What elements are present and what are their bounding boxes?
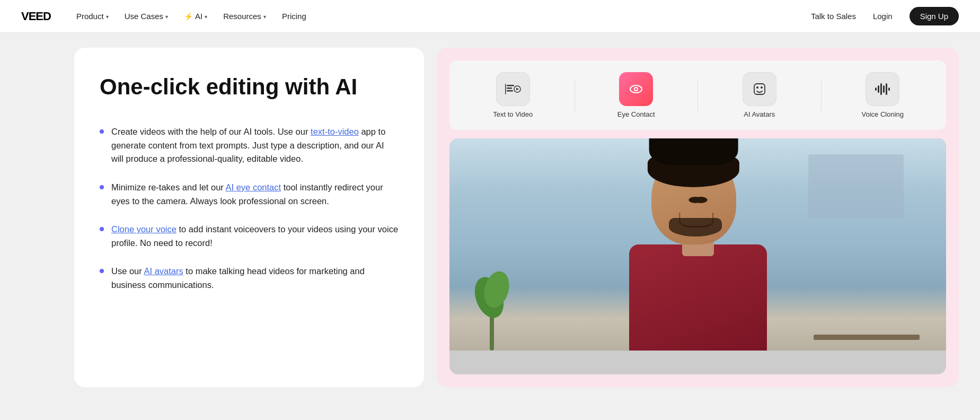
svg-rect-14	[880, 83, 882, 95]
bullet-text-1: Create videos with the help of our AI to…	[111, 125, 399, 166]
use-cases-chevron-icon: ▾	[165, 14, 168, 20]
bullet-item-3: Clone your voice to add instant voiceove…	[100, 223, 399, 250]
svg-point-10	[756, 86, 758, 89]
talk-to-sales-link[interactable]: Talk to Sales	[811, 12, 856, 21]
right-demo-card: Text to Video Eye Contact	[437, 48, 959, 387]
nav-resources[interactable]: Resources ▾	[217, 7, 272, 25]
bullet-text-3: Clone your voice to add instant voiceove…	[111, 223, 399, 250]
text-to-video-label: Text to Video	[493, 110, 533, 118]
tool-selector: Text to Video Eye Contact	[449, 60, 946, 130]
svg-rect-1	[507, 88, 512, 89]
svg-rect-16	[886, 83, 887, 95]
text-to-video-link[interactable]: text-to-video	[311, 127, 359, 136]
ai-chevron-icon: ▾	[205, 14, 207, 20]
ai-avatars-icon-wrap	[743, 72, 776, 106]
ai-eye-contact-link[interactable]: AI eye contact	[226, 182, 281, 192]
bullet-dot-2	[100, 185, 104, 189]
tool-ai-avatars[interactable]: AI Avatars	[707, 69, 813, 121]
ai-avatars-link[interactable]: AI avatars	[144, 266, 183, 276]
tool-eye-contact[interactable]: Eye Contact	[584, 69, 690, 121]
svg-rect-3	[505, 84, 506, 94]
tool-divider-3	[821, 80, 822, 111]
svg-rect-9	[754, 84, 765, 94]
left-feature-card: One-click editing with AI Create videos …	[74, 48, 424, 387]
svg-point-11	[761, 86, 763, 89]
nav-ai[interactable]: ⚡ AI ▾	[178, 7, 214, 25]
svg-rect-17	[888, 88, 890, 91]
main-content: One-click editing with AI Create videos …	[0, 33, 980, 420]
signup-button[interactable]: Sign Up	[910, 7, 959, 25]
nav-use-cases[interactable]: Use Cases ▾	[118, 7, 174, 25]
svg-rect-15	[883, 85, 885, 93]
person-figure	[581, 149, 815, 351]
voice-cloning-icon-wrap	[866, 72, 899, 106]
bullet-text-2: Minimize re-takes and let our AI eye con…	[111, 181, 399, 208]
svg-point-8	[635, 88, 637, 90]
video-preview	[449, 138, 946, 374]
eye-contact-label: Eye Contact	[617, 110, 655, 118]
eye-contact-icon-wrap	[619, 72, 653, 106]
nav-product[interactable]: Product ▾	[70, 7, 115, 25]
card-title: One-click editing with AI	[100, 74, 399, 100]
office-table	[814, 335, 920, 340]
nav-right-actions: Talk to Sales Login Sign Up	[811, 7, 959, 25]
svg-rect-12	[875, 88, 877, 91]
brand-logo[interactable]: VEED	[21, 10, 51, 23]
navbar: VEED Product ▾ Use Cases ▾ ⚡ AI ▾ Resour…	[0, 0, 980, 33]
tool-voice-cloning[interactable]: Voice Cloning	[830, 69, 936, 121]
tool-divider-2	[698, 80, 698, 111]
feature-bullet-list: Create videos with the help of our AI to…	[100, 125, 399, 292]
resources-chevron-icon: ▾	[263, 14, 266, 20]
login-button[interactable]: Login	[864, 7, 901, 25]
svg-rect-2	[507, 90, 513, 92]
product-chevron-icon: ▾	[106, 14, 109, 20]
ai-avatars-label: AI Avatars	[744, 110, 775, 118]
plant-decoration	[476, 255, 508, 351]
clone-voice-link[interactable]: Clone your voice	[111, 224, 176, 234]
bullet-dot-3	[100, 227, 104, 231]
waveform-icon	[874, 81, 891, 98]
nav-pricing[interactable]: Pricing	[276, 7, 313, 25]
lines-play-icon	[505, 81, 522, 98]
bullet-dot-1	[100, 129, 104, 134]
tool-text-to-video[interactable]: Text to Video	[460, 69, 566, 121]
text-to-video-icon-wrap	[496, 72, 530, 106]
svg-marker-5	[516, 88, 519, 91]
svg-rect-13	[878, 85, 879, 93]
tool-divider-1	[575, 80, 575, 111]
video-preview-inner	[449, 138, 946, 351]
face-icon	[751, 81, 768, 98]
lightning-icon: ⚡	[184, 12, 193, 21]
bullet-item-2: Minimize re-takes and let our AI eye con…	[100, 181, 399, 208]
office-window	[808, 154, 904, 218]
bullet-item-4: Use our AI avatars to make talking head …	[100, 265, 399, 292]
bullet-dot-4	[100, 269, 104, 273]
voice-cloning-label: Voice Cloning	[862, 110, 904, 118]
bullet-item-1: Create videos with the help of our AI to…	[100, 125, 399, 166]
eye-icon	[628, 81, 644, 98]
nav-links: Product ▾ Use Cases ▾ ⚡ AI ▾ Resources ▾…	[70, 7, 811, 25]
bullet-text-4: Use our AI avatars to make talking head …	[111, 265, 399, 292]
svg-rect-0	[507, 85, 514, 86]
